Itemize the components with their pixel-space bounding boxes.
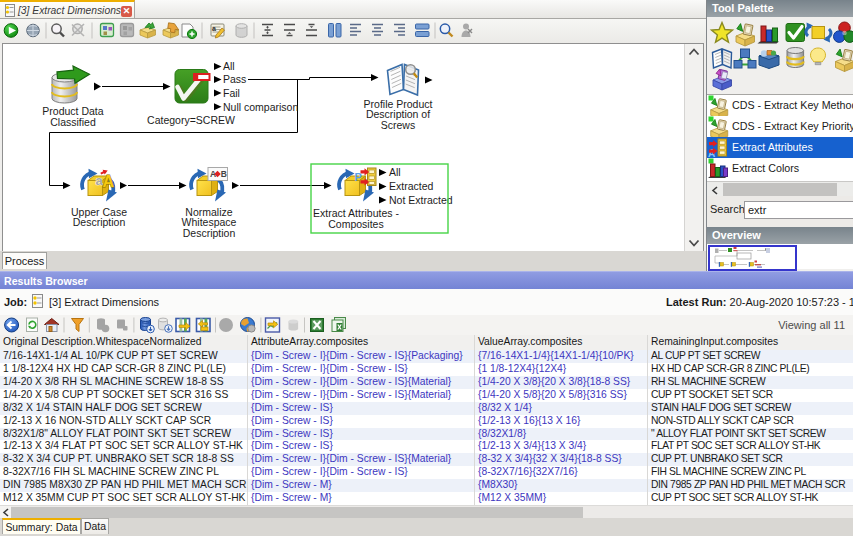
svg-text:a: a [212,25,216,32]
